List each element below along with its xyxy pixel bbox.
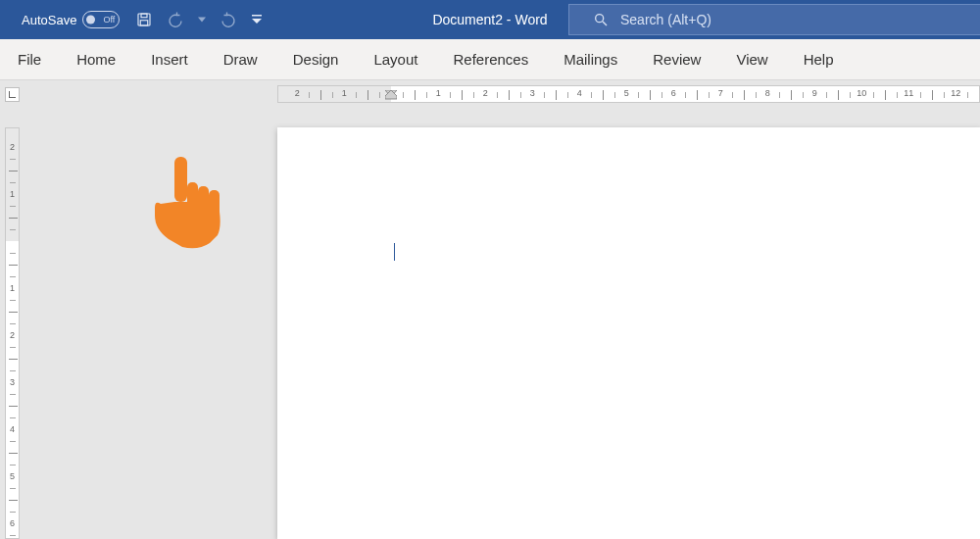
tab-mailings[interactable]: Mailings <box>546 39 635 79</box>
svg-point-6 <box>596 15 604 23</box>
document-page[interactable] <box>277 127 980 539</box>
save-icon[interactable] <box>135 11 153 28</box>
text-cursor <box>394 243 395 261</box>
horizontal-ruler[interactable]: 21123456789101112 <box>277 85 980 103</box>
quick-access-toolbar <box>135 11 263 28</box>
autosave-label: AutoSave <box>22 13 76 27</box>
tab-layout[interactable]: Layout <box>356 39 435 79</box>
svg-marker-5 <box>252 19 262 24</box>
svg-rect-12 <box>198 186 209 210</box>
undo-dropdown-icon[interactable] <box>198 16 206 24</box>
svg-rect-10 <box>174 157 187 202</box>
autosave-toggle[interactable]: Off <box>82 11 120 28</box>
tab-review[interactable]: Review <box>635 39 718 79</box>
search-icon <box>593 12 609 27</box>
search-box[interactable]: Search (Alt+Q) <box>568 4 980 35</box>
tab-view[interactable]: View <box>718 39 785 79</box>
tab-file[interactable]: File <box>0 39 59 79</box>
tab-draw[interactable]: Draw <box>206 39 275 79</box>
svg-rect-13 <box>209 190 220 212</box>
title-bar: AutoSave Off <box>0 0 980 39</box>
svg-rect-11 <box>187 182 198 208</box>
tab-insert[interactable]: Insert <box>133 39 206 79</box>
svg-rect-1 <box>141 14 147 18</box>
svg-marker-9 <box>385 90 397 99</box>
tab-stop-selector[interactable] <box>5 87 20 102</box>
document-workspace: 21123456789101112 21123456 <box>0 80 980 539</box>
document-title: Document2 - Word <box>432 12 547 27</box>
autosave-state: Off <box>104 15 116 24</box>
hanging-indent-marker[interactable] <box>385 86 397 103</box>
svg-marker-3 <box>198 18 206 23</box>
tab-home[interactable]: Home <box>59 39 133 79</box>
svg-rect-4 <box>252 15 262 17</box>
customize-qat-icon[interactable] <box>251 14 263 25</box>
vertical-ruler[interactable]: 21123456 <box>5 127 20 539</box>
search-placeholder: Search (Alt+Q) <box>620 12 711 27</box>
undo-icon[interactable] <box>167 11 184 28</box>
tab-references[interactable]: References <box>435 39 546 79</box>
pointer-hand-icon <box>153 157 221 250</box>
svg-line-7 <box>603 22 607 25</box>
tab-design[interactable]: Design <box>275 39 357 79</box>
redo-icon[interactable] <box>220 11 237 28</box>
autosave-group: AutoSave Off <box>22 11 120 28</box>
tab-help[interactable]: Help <box>786 39 852 79</box>
svg-rect-2 <box>141 21 149 25</box>
ribbon-tabs: File Home Insert Draw Design Layout Refe… <box>0 39 980 80</box>
